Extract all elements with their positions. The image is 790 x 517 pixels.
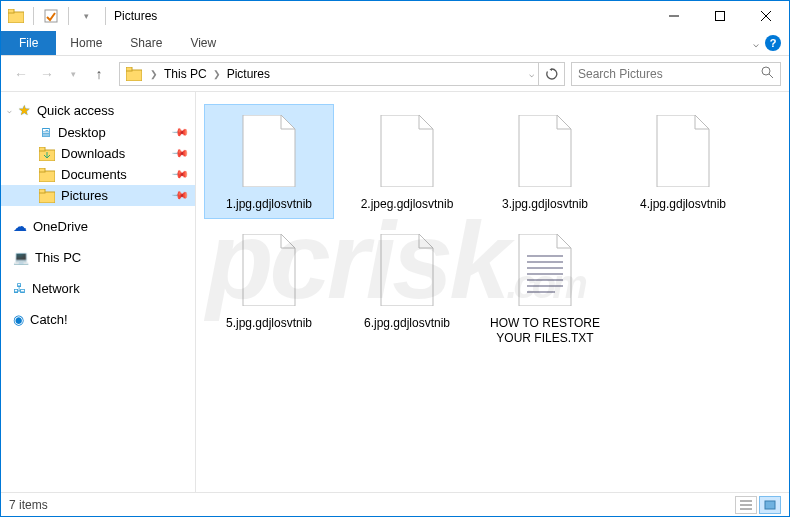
folder-icon bbox=[39, 168, 55, 182]
desktop-icon: 🖥 bbox=[39, 125, 52, 140]
sidebar-item-label: Network bbox=[32, 281, 80, 296]
blank-file-icon bbox=[511, 111, 579, 191]
sidebar-item-label: Documents bbox=[61, 167, 127, 182]
file-pane[interactable]: 1.jpg.gdjlosvtnib2.jpeg.gdjlosvtnib3.jpg… bbox=[196, 92, 789, 492]
svg-rect-15 bbox=[39, 192, 55, 203]
pin-icon: 📌 bbox=[170, 144, 189, 163]
recent-locations-icon[interactable]: ▾ bbox=[61, 62, 85, 86]
blank-file-icon bbox=[373, 111, 441, 191]
ribbon-collapse-icon[interactable]: ⌵ bbox=[753, 38, 759, 49]
properties-icon[interactable] bbox=[40, 5, 62, 27]
sidebar-item-label: Pictures bbox=[61, 188, 108, 203]
address-dropdown-icon[interactable]: ⌵ bbox=[525, 63, 538, 85]
blank-file-icon bbox=[373, 230, 441, 310]
search-placeholder: Search Pictures bbox=[578, 67, 761, 81]
blank-file-icon bbox=[235, 111, 303, 191]
folder-icon bbox=[39, 189, 55, 203]
close-button[interactable] bbox=[743, 1, 789, 31]
file-item[interactable]: HOW TO RESTORE YOUR FILES.TXT bbox=[480, 223, 610, 353]
app-icon[interactable] bbox=[5, 5, 27, 27]
sidebar-item-pictures[interactable]: Pictures 📌 bbox=[1, 185, 195, 206]
pc-icon: 💻 bbox=[13, 250, 29, 265]
file-item[interactable]: 4.jpg.gdjlosvtnib bbox=[618, 104, 748, 219]
window-controls bbox=[651, 1, 789, 31]
breadcrumb-segment[interactable]: This PC bbox=[160, 63, 211, 85]
breadcrumb-segment[interactable]: Pictures bbox=[223, 63, 274, 85]
svg-line-10 bbox=[769, 74, 773, 78]
sidebar-item-catch[interactable]: ◉ Catch! bbox=[1, 308, 195, 331]
quick-access-toolbar: ▾ bbox=[1, 5, 101, 27]
blank-file-icon bbox=[235, 230, 303, 310]
sidebar-item-downloads[interactable]: Downloads 📌 bbox=[1, 143, 195, 164]
sidebar-item-label: OneDrive bbox=[33, 219, 88, 234]
tab-view[interactable]: View bbox=[176, 31, 230, 55]
titlebar: ▾ Pictures bbox=[1, 1, 789, 31]
file-item[interactable]: 5.jpg.gdjlosvtnib bbox=[204, 223, 334, 353]
sidebar-item-onedrive[interactable]: ☁ OneDrive bbox=[1, 214, 195, 238]
sidebar-item-label: This PC bbox=[35, 250, 81, 265]
search-input[interactable]: Search Pictures bbox=[571, 62, 781, 86]
explorer-window: ▾ Pictures File Home Share View ⌵ ? ← → … bbox=[0, 0, 790, 517]
file-tab[interactable]: File bbox=[1, 31, 56, 55]
svg-rect-4 bbox=[716, 12, 725, 21]
svg-rect-8 bbox=[126, 67, 132, 71]
separator bbox=[105, 7, 106, 25]
address-bar[interactable]: ❯ This PC ❯ Pictures ⌵ bbox=[119, 62, 565, 86]
file-item[interactable]: 3.jpg.gdjlosvtnib bbox=[480, 104, 610, 219]
status-count: 7 items bbox=[9, 498, 48, 512]
sidebar-item-label: Downloads bbox=[61, 146, 125, 161]
sidebar-item-desktop[interactable]: 🖥 Desktop 📌 bbox=[1, 122, 195, 143]
nav-row: ← → ▾ ↑ ❯ This PC ❯ Pictures ⌵ Search Pi… bbox=[1, 56, 789, 92]
tab-share[interactable]: Share bbox=[116, 31, 176, 55]
blank-file-icon bbox=[649, 111, 717, 191]
help-icon[interactable]: ? bbox=[765, 35, 781, 51]
sidebar-item-this-pc[interactable]: 💻 This PC bbox=[1, 246, 195, 269]
address-root-icon[interactable] bbox=[120, 63, 148, 85]
chevron-down-icon: ⌵ bbox=[7, 106, 12, 115]
sidebar-item-network[interactable]: 🖧 Network bbox=[1, 277, 195, 300]
separator bbox=[68, 7, 69, 25]
chevron-right-icon[interactable]: ❯ bbox=[148, 69, 160, 79]
maximize-button[interactable] bbox=[697, 1, 743, 31]
window-title: Pictures bbox=[110, 9, 157, 23]
refresh-button[interactable] bbox=[538, 63, 564, 85]
network-icon: 🖧 bbox=[13, 281, 26, 296]
sidebar-item-label: Catch! bbox=[30, 312, 68, 327]
content-area: ⌵ ★ Quick access 🖥 Desktop 📌 Downloads 📌… bbox=[1, 92, 789, 492]
file-item[interactable]: 6.jpg.gdjlosvtnib bbox=[342, 223, 472, 353]
forward-button[interactable]: → bbox=[35, 62, 59, 86]
file-item[interactable]: 2.jpeg.gdjlosvtnib bbox=[342, 104, 472, 219]
svg-rect-7 bbox=[126, 70, 142, 81]
ribbon: File Home Share View ⌵ ? bbox=[1, 31, 789, 56]
svg-rect-14 bbox=[39, 168, 45, 172]
pin-icon: 📌 bbox=[170, 123, 189, 142]
file-name: 3.jpg.gdjlosvtnib bbox=[502, 197, 588, 212]
details-view-button[interactable] bbox=[735, 496, 757, 514]
file-item[interactable]: 1.jpg.gdjlosvtnib bbox=[204, 104, 334, 219]
minimize-button[interactable] bbox=[651, 1, 697, 31]
svg-rect-12 bbox=[39, 147, 45, 151]
back-button[interactable]: ← bbox=[9, 62, 33, 86]
sidebar-quick-access[interactable]: ⌵ ★ Quick access bbox=[1, 98, 195, 122]
file-name: 4.jpg.gdjlosvtnib bbox=[640, 197, 726, 212]
svg-rect-13 bbox=[39, 171, 55, 182]
pin-icon: 📌 bbox=[170, 165, 189, 184]
file-name: 2.jpeg.gdjlosvtnib bbox=[361, 197, 454, 212]
svg-point-9 bbox=[762, 67, 770, 75]
folder-icon bbox=[39, 147, 55, 161]
chevron-right-icon[interactable]: ❯ bbox=[211, 69, 223, 79]
search-icon bbox=[761, 66, 774, 82]
svg-rect-20 bbox=[765, 501, 775, 509]
svg-rect-1 bbox=[8, 9, 14, 13]
svg-rect-16 bbox=[39, 189, 45, 193]
sidebar-item-documents[interactable]: Documents 📌 bbox=[1, 164, 195, 185]
large-icons-view-button[interactable] bbox=[759, 496, 781, 514]
file-name: 1.jpg.gdjlosvtnib bbox=[226, 197, 312, 212]
status-bar: 7 items bbox=[1, 492, 789, 516]
tab-home[interactable]: Home bbox=[56, 31, 116, 55]
text-file-icon bbox=[511, 230, 579, 310]
qat-dropdown-icon[interactable]: ▾ bbox=[75, 5, 97, 27]
up-button[interactable]: ↑ bbox=[87, 62, 111, 86]
star-icon: ★ bbox=[18, 102, 31, 118]
view-toggle-group bbox=[735, 496, 781, 514]
